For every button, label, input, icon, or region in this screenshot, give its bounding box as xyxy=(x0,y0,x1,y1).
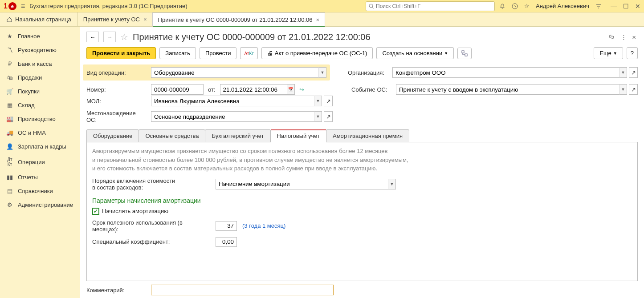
sidebar-item-sales[interactable]: 🛍Продажи xyxy=(0,71,80,85)
coef-label: Специальный коэффициент: xyxy=(92,238,210,245)
open-icon[interactable]: ↗ xyxy=(629,84,638,95)
print-act-button[interactable]: 🖨 Акт о приеме-передаче ОС (ОС-1) xyxy=(261,47,373,59)
bars-icon: ▮▮ xyxy=(6,174,13,181)
amortize-checkbox[interactable]: ✓ xyxy=(92,208,99,215)
sidebar-item-label: Склад xyxy=(18,102,35,109)
chevron-down-icon[interactable]: ▼ xyxy=(314,111,322,122)
sidebar-item-label: Главное xyxy=(18,33,40,40)
filter-icon[interactable] xyxy=(595,3,602,9)
chart-icon: 〽 xyxy=(6,47,13,53)
calendar-icon[interactable]: 📅 xyxy=(287,84,295,95)
home-tab[interactable]: Начальная страница xyxy=(0,12,78,26)
org-input[interactable] xyxy=(392,67,619,78)
post-button[interactable]: Провести xyxy=(200,47,237,59)
hint-line: Амортизируемым имуществом признается иму… xyxy=(92,147,632,156)
menu-icon[interactable]: ≡ xyxy=(21,2,25,10)
book-icon: ▤ xyxy=(6,188,13,194)
structure-button[interactable] xyxy=(457,48,472,59)
minimize-button[interactable]: — xyxy=(611,3,617,10)
mol-input[interactable] xyxy=(151,96,314,106)
event-input[interactable] xyxy=(396,84,619,95)
bag-icon: 🛍 xyxy=(6,74,13,81)
coef-input[interactable] xyxy=(216,237,237,247)
order-label-line: Порядок включения стоимости xyxy=(92,177,210,184)
location-input[interactable] xyxy=(151,111,314,122)
tab-accounting[interactable]: Бухгалтерский учет xyxy=(205,129,270,142)
life-input[interactable] xyxy=(216,221,237,231)
star-icon[interactable]: ☆ xyxy=(524,3,530,9)
sidebar-item-production[interactable]: 🏭Производство xyxy=(0,112,80,126)
sidebar-item-label: Операции xyxy=(18,159,45,165)
create-based-button[interactable]: Создать на основании ▼ xyxy=(376,47,454,59)
tab-tax[interactable]: Налоговый учет xyxy=(270,129,326,142)
favorite-star-icon[interactable]: ☆ xyxy=(120,32,128,42)
chevron-down-icon[interactable]: ▼ xyxy=(318,67,326,78)
sidebar-item-hr[interactable]: 👤Зарплата и кадры xyxy=(0,140,80,153)
op-type-input[interactable] xyxy=(151,67,318,78)
sidebar-item-reports[interactable]: ▮▮Отчеты xyxy=(0,170,80,184)
chevron-down-icon[interactable]: ▼ xyxy=(619,67,627,78)
order-label-line: в состав расходов: xyxy=(92,184,210,191)
search-input-wrap[interactable] xyxy=(366,1,495,11)
tab-label: Принятие к учету ОС xyxy=(83,16,140,23)
svg-rect-6 xyxy=(462,51,464,53)
sidebar-item-assets[interactable]: 🚚ОС и НМА xyxy=(0,126,80,140)
tab-close-icon[interactable]: × xyxy=(143,16,147,23)
nav-forward-button[interactable]: → xyxy=(103,32,116,42)
sidebar-item-main[interactable]: ★Главное xyxy=(0,29,80,43)
tree-icon xyxy=(461,50,468,56)
sidebar-item-label: Руководителю xyxy=(18,47,57,53)
post-status-icon[interactable]: ↪ xyxy=(299,86,304,93)
search-input[interactable] xyxy=(376,3,492,9)
sidebar-item-manager[interactable]: 〽Руководителю xyxy=(0,43,80,57)
star-icon: ★ xyxy=(6,33,13,40)
tab-list[interactable]: Принятие к учету ОС × xyxy=(78,12,153,26)
number-input[interactable] xyxy=(151,84,204,95)
sidebar-item-operations[interactable]: ДтКтОперации xyxy=(0,153,80,170)
tab-fixed-assets[interactable]: Основные средства xyxy=(139,129,205,142)
help-button[interactable]: ? xyxy=(627,47,638,59)
person-icon: 👤 xyxy=(6,143,13,150)
open-icon[interactable]: ↗ xyxy=(629,67,638,78)
kebab-icon[interactable]: ⋮ xyxy=(621,34,627,40)
bell-icon[interactable] xyxy=(499,3,505,9)
tab-close-icon[interactable]: × xyxy=(316,16,319,23)
link-icon[interactable] xyxy=(606,31,617,43)
ruble-icon: ₽ xyxy=(6,60,13,67)
sidebar-item-admin[interactable]: ⚙Администрирование xyxy=(0,198,80,212)
open-icon[interactable]: ↗ xyxy=(324,96,333,106)
tab-equipment[interactable]: Оборудование xyxy=(86,129,139,142)
chevron-down-icon[interactable]: ▼ xyxy=(619,84,627,95)
org-label: Организация: xyxy=(348,69,388,76)
more-button[interactable]: Еще ▼ xyxy=(594,47,623,59)
close-doc-icon[interactable]: × xyxy=(630,33,638,41)
sidebar-item-catalogs[interactable]: ▤Справочники xyxy=(0,184,80,198)
sidebar-item-bank[interactable]: ₽Банк и касса xyxy=(0,57,80,71)
history-icon[interactable] xyxy=(512,3,518,9)
open-icon[interactable]: ↗ xyxy=(324,111,333,122)
chevron-down-icon[interactable]: ▼ xyxy=(314,96,322,106)
page-title: Принятие к учету ОС 0000-000009 от 21.01… xyxy=(133,32,371,42)
chevron-down-icon[interactable]: ▼ xyxy=(388,179,396,189)
nav-back-button[interactable]: ← xyxy=(86,32,99,42)
maximize-button[interactable]: ☐ xyxy=(623,3,629,10)
home-icon xyxy=(6,16,12,23)
sidebar-item-label: Администрирование xyxy=(18,201,73,208)
sidebar-item-purchases[interactable]: 🛒Покупки xyxy=(0,85,80,98)
close-button[interactable]: ✕ xyxy=(635,3,640,10)
comment-input[interactable] xyxy=(151,285,334,295)
life-hint[interactable]: (3 года 1 месяц) xyxy=(242,222,285,229)
date-input[interactable] xyxy=(220,84,287,95)
truck-icon: 🚚 xyxy=(6,129,13,136)
post-and-close-button[interactable]: Провести и закрыть xyxy=(86,47,156,59)
order-input[interactable] xyxy=(216,179,388,189)
comment-label: Комментарий: xyxy=(86,287,147,294)
cart-icon: 🛒 xyxy=(6,88,13,95)
username[interactable]: Андрей Алексеевич xyxy=(536,3,589,9)
gear-icon: ⚙ xyxy=(6,201,13,208)
sidebar-item-warehouse[interactable]: ▦Склад xyxy=(0,98,80,112)
tab-bonus[interactable]: Амортизационная премия xyxy=(326,129,409,142)
tab-document[interactable]: Принятие к учету ОС 0000-000009 от 21.01… xyxy=(153,12,325,26)
dtkt-button[interactable]: АтКт xyxy=(240,47,257,59)
save-button[interactable]: Записать xyxy=(159,47,196,59)
